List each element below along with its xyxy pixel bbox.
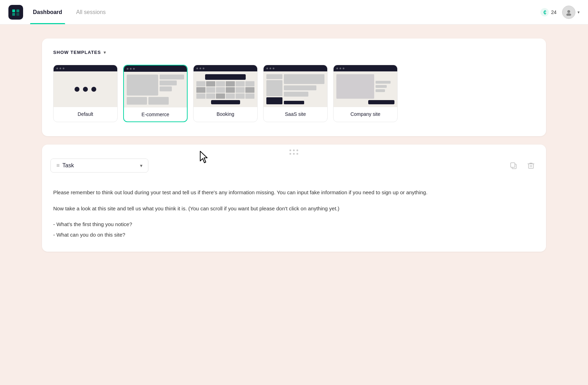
browser-dot [130,68,132,70]
task-body: Please remember to think out loud during… [42,178,546,252]
task-body-list: - What's the first thing you notice? - W… [53,220,535,239]
company-cta-btn [368,100,394,104]
main-content: SHOW TEMPLATES ▾ Def [0,24,588,266]
ecommerce-text-line [160,80,177,85]
browser-bar [124,65,187,72]
booking-hero-bar [205,74,246,80]
credits-icon: ₵ [540,8,549,16]
svg-rect-3 [16,13,19,16]
default-dot [91,87,96,92]
svg-rect-7 [511,163,515,167]
task-type-icon: ≡ [56,163,59,168]
task-type-chevron-icon: ▾ [140,163,142,168]
template-card-saas[interactable]: SaaS site [263,65,328,122]
browser-dot [336,68,338,69]
template-name-ecommerce: E-commerce [124,107,187,121]
delete-task-button[interactable] [524,159,538,172]
user-chevron-icon: ▾ [578,10,580,15]
ecommerce-text-line [160,86,172,91]
app-header: Dashboard All sessions ₵ 24 ▾ [0,0,588,24]
tab-all-sessions[interactable]: All sessions [74,0,108,24]
browser-dot [127,68,128,70]
show-templates-chevron-icon: ▾ [104,50,106,55]
saas-sidebar [266,74,282,104]
templates-grid: Default [53,65,535,122]
browser-dot [343,68,344,69]
svg-point-5 [566,13,571,16]
templates-card: SHOW TEMPLATES ▾ Def [42,38,546,136]
default-preview-body [54,71,117,107]
company-preview-body [334,71,397,107]
default-dot [75,87,79,92]
app-logo [8,5,23,20]
ecommerce-text-line [160,75,184,79]
browser-dot [63,68,64,69]
saas-preview-body [264,71,327,107]
company-top-row [336,74,394,99]
browser-bar [264,65,327,71]
svg-rect-8 [528,164,533,168]
list-item-1: - What's the first thing you notice? [53,220,535,229]
browser-dot [196,68,198,69]
company-cta-row [336,100,394,104]
tab-dashboard[interactable]: Dashboard [30,0,65,24]
browser-dot [266,68,268,69]
ecommerce-image-block [127,75,158,96]
browser-dot [133,68,135,70]
ecommerce-footer-block [127,97,147,105]
template-name-default: Default [54,107,117,121]
task-card: ≡ Task ▾ [42,145,546,252]
template-card-ecommerce[interactable]: E-commerce [123,65,188,122]
task-type-select[interactable]: ≡ Task ▾ [50,159,148,173]
template-name-booking: Booking [194,107,257,121]
show-templates-button[interactable]: SHOW TEMPLATES ▾ [53,50,106,55]
header-right: ₵ 24 ▾ [540,6,580,19]
template-preview-saas [264,65,327,107]
template-preview-default [54,65,117,107]
main-nav: Dashboard All sessions [30,0,117,24]
browser-dot [273,68,274,69]
template-preview-booking [194,65,257,107]
browser-dot [200,68,201,69]
task-type-label: Task [62,162,137,169]
copy-task-button[interactable] [507,159,520,172]
saas-cta [284,101,304,104]
template-card-company[interactable]: Company site [333,65,398,122]
drag-handle[interactable] [42,145,546,159]
template-card-booking[interactable]: Booking [193,65,258,122]
svg-rect-1 [16,9,19,12]
browser-dot [203,68,204,69]
ecommerce-footer-block [148,97,169,105]
task-actions [507,159,538,172]
ecommerce-preview-body [124,72,187,107]
drag-dots-icon [289,149,299,155]
user-menu[interactable]: ▾ [562,6,580,19]
browser-dot [340,68,341,69]
ecommerce-bottom-row [127,97,184,105]
template-preview-company [334,65,397,107]
booking-preview-body [194,71,257,107]
browser-dot [59,68,61,69]
browser-bar [334,65,397,71]
default-dot [83,87,88,92]
template-card-default[interactable]: Default [53,65,118,122]
task-body-paragraph-1: Please remember to think out loud during… [53,188,535,197]
saas-main-col [284,74,324,104]
browser-bar [194,65,257,71]
browser-bar [54,65,117,71]
credits-count: 24 [551,9,556,15]
template-name-company: Company site [334,107,397,121]
user-avatar[interactable] [562,6,575,19]
svg-rect-2 [12,13,15,16]
list-item-2: - What can you do on this site? [53,230,535,239]
ecommerce-info-col [160,75,184,96]
task-body-paragraph-2: Now take a look at this site and tell us… [53,204,535,213]
booking-grid [196,81,254,99]
template-preview-ecommerce [124,65,187,107]
svg-rect-0 [12,9,15,12]
browser-dot [270,68,271,69]
ecommerce-top-row [127,75,184,96]
svg-point-4 [567,10,570,13]
browser-dot [56,68,58,69]
credits-badge: ₵ 24 [540,8,556,16]
